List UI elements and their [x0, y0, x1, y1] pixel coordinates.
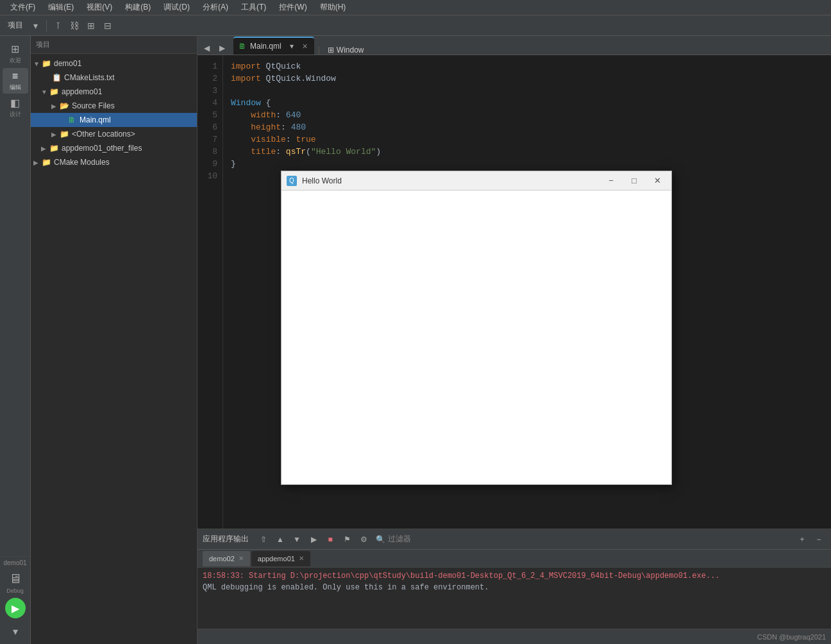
hello-world-window[interactable]: Q Hello World − □ ✕ [281, 171, 672, 485]
line-numbers: 1 2 3 4 5 6 7 8 9 10 [197, 55, 223, 529]
code-line-8: title: qsTr("Hello World") [231, 146, 823, 158]
tree-label: Source Files [72, 101, 115, 110]
bottom-tab-demo02[interactable]: demo02 ✕ [203, 551, 250, 566]
bottom-add-btn[interactable]: + [795, 532, 809, 547]
code-line-2: import QtQuick.Window [231, 72, 823, 85]
design-icon: ◧ [10, 97, 20, 109]
code-line-9: } [231, 158, 823, 170]
menu-controls[interactable]: 控件(W) [274, 1, 312, 14]
output-line-2: QML debugging is enabled. Only use this … [203, 582, 826, 593]
design-label: 设计 [10, 110, 21, 119]
tab-prev-btn[interactable]: ◀ [200, 42, 213, 55]
bottom-tabs: demo02 ✕ appdemo01 ✕ [197, 550, 831, 568]
tree-label: appdemo01_other_files [62, 144, 142, 153]
source-folder-icon: 📂 [59, 101, 69, 111]
debug-sidebar-label: Debug [6, 588, 24, 594]
watermark-bar: CSDN @bugtraq2021 [197, 629, 831, 644]
tree-label: CMake Modules [54, 158, 110, 167]
menu-edit[interactable]: 编辑(E) [43, 1, 79, 14]
sidebar-header-label: 项目 [36, 40, 50, 49]
tree-item-other-locations[interactable]: ▶ 📁 <Other Locations> [31, 127, 197, 141]
bottom-tab-appdemo01[interactable]: appdemo01 ✕ [251, 551, 310, 566]
toolbar-collapse-btn[interactable]: ⊟ [101, 19, 115, 33]
bottom-down-btn[interactable]: ▼ [290, 532, 304, 547]
sidebar-item-design[interactable]: ◧ 设计 [3, 95, 28, 121]
toolbar-filter-btn[interactable]: ⊺ [51, 19, 65, 33]
tree-item-source-files[interactable]: ▶ 📂 Source Files [31, 99, 197, 113]
bottom-stop-btn[interactable]: ■ [323, 532, 337, 547]
tab-close-btn[interactable]: ✕ [302, 42, 308, 51]
menu-analyze[interactable]: 分析(A) [197, 1, 233, 14]
tree-item-cmakelists[interactable]: 📋 CMakeLists.txt [31, 71, 197, 85]
bottom-upload-btn[interactable]: ⇧ [256, 532, 271, 547]
code-line-4: Window { [231, 97, 823, 109]
menu-build[interactable]: 构建(B) [120, 1, 156, 14]
edit-icon: ≡ [12, 71, 18, 82]
toolbar-expand-btn[interactable]: ⊞ [84, 19, 98, 33]
tab-main-qml[interactable]: 🗎 Main.qml ▾ ✕ [233, 37, 314, 55]
menu-tools[interactable]: 工具(T) [236, 1, 271, 14]
bottom-panel-label: 应用程序输出 [203, 534, 249, 545]
hw-minimize-btn[interactable]: − [602, 174, 620, 187]
menu-view[interactable]: 视图(V) [81, 1, 117, 14]
tab-navigation: ◀ ▶ [200, 42, 233, 55]
tree-item-demo01[interactable]: ▼ 📁 demo01 [31, 56, 197, 71]
toolbar: 项目 ▾ ⊺ ⛓ ⊞ ⊟ [0, 15, 831, 36]
tree-item-main-qml[interactable]: 🗎 Main.qml [31, 113, 197, 127]
toolbar-link-btn[interactable]: ⛓ [67, 19, 81, 33]
menu-help[interactable]: 帮助(H) [315, 1, 351, 14]
hw-close-btn[interactable]: ✕ [648, 174, 666, 187]
run-button[interactable]: ▶ [5, 598, 26, 618]
bottom-remove-btn[interactable]: − [812, 532, 826, 547]
menu-debug[interactable]: 调试(D) [158, 1, 195, 14]
arrow-icon: ▶ [41, 145, 49, 152]
sidebar-item-edit[interactable]: ≡ 编辑 [3, 68, 28, 94]
welcome-icon: ⊞ [11, 43, 19, 55]
welcome-label: 欢迎 [10, 56, 21, 65]
code-line-3 [231, 85, 823, 97]
line-num: 9 [197, 158, 217, 170]
bottom-tab-demo02-close[interactable]: ✕ [239, 555, 244, 562]
bottom-play-btn[interactable]: ▶ [306, 532, 321, 547]
tab-dropdown-btn[interactable]: ▾ [285, 40, 298, 53]
bottom-tab-appdemo01-close[interactable]: ✕ [299, 555, 304, 562]
code-line-7: visible: true [231, 133, 823, 146]
tree-item-appdemo01[interactable]: ▼ 📁 appdemo01 [31, 85, 197, 99]
menu-file[interactable]: 文件(F) [5, 1, 40, 14]
tree-label: Main.qml [80, 115, 111, 124]
bottom-content: 18:58:33: Starting D:\projection\cpp\qtS… [197, 568, 831, 629]
sidebar-item-welcome[interactable]: ⊞ 欢迎 [3, 41, 28, 67]
toolbar-dropdown-btn[interactable]: ▾ [28, 19, 42, 33]
tree-label: appdemo01 [62, 87, 102, 96]
tree-label: CMakeLists.txt [64, 73, 115, 82]
arrow-icon: ▶ [51, 131, 59, 138]
code-line-6: height: 480 [231, 121, 823, 133]
code-line-1: import QtQuick [231, 60, 823, 72]
bottom-tab-demo02-label: demo02 [209, 555, 235, 563]
tab-label: Main.qml [250, 42, 281, 51]
watermark-text: CSDN @bugtraq2021 [757, 633, 826, 641]
filter-box: 🔍 过滤器 [376, 534, 411, 545]
line-num: 4 [197, 97, 217, 109]
bottom-panel: 应用程序输出 ⇧ ▲ ▼ ▶ ■ ⚑ ⚙ 🔍 过滤器 + − dem [197, 529, 831, 644]
tree-item-other-files[interactable]: ▶ 📁 appdemo01_other_files [31, 141, 197, 155]
tree-item-cmake-modules[interactable]: ▶ 📁 CMake Modules [31, 155, 197, 169]
folder-icon: 📁 [41, 58, 51, 69]
project-label: 项目 [5, 20, 26, 31]
window-label: Window [337, 46, 364, 55]
content-area: ◀ ▶ 🗎 Main.qml ▾ ✕ | ⊞ Window 1 [197, 36, 831, 529]
run-dropdown-button[interactable]: ▾ [5, 621, 26, 641]
bottom-flag-btn[interactable]: ⚑ [340, 532, 354, 547]
debug-sidebar-item[interactable]: 🖥 Debug [3, 570, 28, 595]
bottom-up-btn[interactable]: ▲ [273, 532, 287, 547]
hw-maximize-btn[interactable]: □ [625, 174, 643, 187]
locations-folder-icon: 📁 [59, 129, 69, 139]
line-num: 3 [197, 85, 217, 97]
line-num: 2 [197, 72, 217, 85]
tab-next-btn[interactable]: ▶ [215, 42, 228, 55]
bottom-settings-btn[interactable]: ⚙ [357, 532, 371, 547]
tree-label: <Other Locations> [72, 130, 135, 139]
hello-world-body [281, 191, 671, 484]
hello-world-title: Hello World [302, 176, 597, 185]
filter-label: 过滤器 [388, 534, 411, 545]
